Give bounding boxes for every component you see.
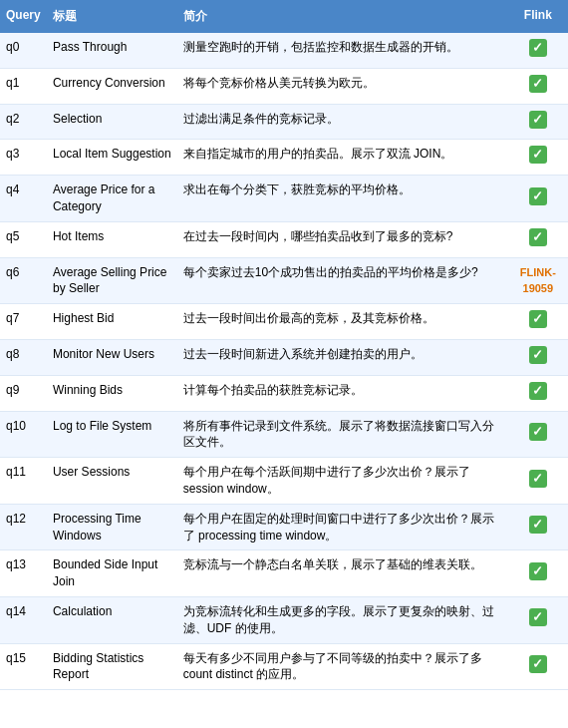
check-icon xyxy=(529,608,547,626)
cell-query: q15 xyxy=(0,643,47,690)
cell-desc: 为竞标流转化和生成更多的字段。展示了更复杂的映射、过滤、UDF 的使用。 xyxy=(177,596,508,643)
cell-query: q2 xyxy=(0,104,47,140)
cell-desc: 求出在每个分类下，获胜竞标的平均价格。 xyxy=(177,176,508,222)
header-flink: Flink xyxy=(508,0,568,33)
cell-query: q3 xyxy=(0,140,47,176)
cell-query: q1 xyxy=(0,68,47,104)
table-row: q14Calculation为竞标流转化和生成更多的字段。展示了更复杂的映射、过… xyxy=(0,596,568,643)
table-row: q9Winning Bids计算每个拍卖品的获胜竞标记录。 xyxy=(0,375,568,411)
cell-query: q9 xyxy=(0,375,47,411)
check-icon xyxy=(529,228,547,246)
cell-desc: 过去一段时间新进入系统并创建拍卖的用户。 xyxy=(177,339,508,375)
cell-flink xyxy=(508,304,568,340)
cell-desc: 来自指定城市的用户的拍卖品。展示了双流 JOIN。 xyxy=(177,140,508,176)
cell-desc: 计算每个拍卖品的获胜竞标记录。 xyxy=(177,375,508,411)
table-row: q7Highest Bid过去一段时间出价最高的竞标，及其竞标价格。 xyxy=(0,304,568,340)
cell-query: q8 xyxy=(0,339,47,375)
table-row: q2Selection过滤出满足条件的竞标记录。 xyxy=(0,104,568,140)
cell-title: Log to File System xyxy=(47,411,177,458)
cell-desc: 竞标流与一个静态白名单关联，展示了基础的维表关联。 xyxy=(177,550,508,597)
table-row: q6Average Selling Price by Seller每个卖家过去1… xyxy=(0,257,568,304)
table-row: q5Hot Items在过去一段时间内，哪些拍卖品收到了最多的竞标? xyxy=(0,221,568,257)
cell-flink xyxy=(508,643,568,690)
cell-desc: 在过去一段时间内，哪些拍卖品收到了最多的竞标? xyxy=(177,221,508,257)
cell-title: Currency Conversion xyxy=(47,68,177,104)
check-icon xyxy=(529,111,547,129)
cell-flink: FLINK-19059 xyxy=(508,257,568,304)
cell-desc: 测量空跑时的开销，包括监控和数据生成器的开销。 xyxy=(177,33,508,68)
check-icon xyxy=(529,382,547,400)
cell-flink xyxy=(508,375,568,411)
cell-title: Selection xyxy=(47,104,177,140)
header-title: 标题 xyxy=(47,0,177,33)
cell-title: Hot Items xyxy=(47,221,177,257)
cell-title: Winning Bids xyxy=(47,375,177,411)
cell-title: Calculation xyxy=(47,596,177,643)
cell-title: Bounded Side Input Join xyxy=(47,550,177,597)
flink-error-label: FLINK-19059 xyxy=(520,266,556,295)
cell-desc: 过滤出满足条件的竞标记录。 xyxy=(177,104,508,140)
table-row: q3Local Item Suggestion来自指定城市的用户的拍卖品。展示了… xyxy=(0,140,568,176)
cell-query: q13 xyxy=(0,550,47,597)
check-icon xyxy=(529,423,547,441)
cell-flink xyxy=(508,33,568,68)
check-icon xyxy=(529,39,547,57)
cell-flink xyxy=(508,550,568,597)
check-icon xyxy=(529,346,547,364)
check-icon xyxy=(529,470,547,488)
cell-desc: 每个用户在固定的处理时间窗口中进行了多少次出价？展示了 processing t… xyxy=(177,504,508,550)
table-row: q15Bidding Statistics Report每天有多少不同用户参与了… xyxy=(0,643,568,690)
cell-flink xyxy=(508,68,568,104)
table-row: q10Log to File System将所有事件记录到文件系统。展示了将数据… xyxy=(0,411,568,458)
check-icon xyxy=(529,75,547,93)
cell-title: Processing Time Windows xyxy=(47,504,177,550)
cell-flink xyxy=(508,140,568,176)
cell-query: q10 xyxy=(0,411,47,458)
cell-title: Bidding Statistics Report xyxy=(47,643,177,690)
table-row: q13Bounded Side Input Join竞标流与一个静态白名单关联，… xyxy=(0,550,568,597)
cell-flink xyxy=(508,458,568,505)
cell-query: q4 xyxy=(0,176,47,222)
cell-query: q7 xyxy=(0,304,47,340)
table-row: q1Currency Conversion将每个竞标价格从美元转换为欧元。 xyxy=(0,68,568,104)
cell-title: Monitor New Users xyxy=(47,339,177,375)
cell-title: Average Price for a Category xyxy=(47,176,177,222)
header-desc: 简介 xyxy=(177,0,508,33)
check-icon xyxy=(529,146,547,164)
cell-query: q11 xyxy=(0,458,47,505)
cell-query: q5 xyxy=(0,221,47,257)
cell-desc: 将所有事件记录到文件系统。展示了将数据流接窗口写入分区文件。 xyxy=(177,411,508,458)
cell-query: q6 xyxy=(0,257,47,304)
cell-desc: 将每个竞标价格从美元转换为欧元。 xyxy=(177,68,508,104)
check-icon xyxy=(529,655,547,673)
check-icon xyxy=(529,516,547,534)
cell-query: q12 xyxy=(0,504,47,550)
cell-query: q14 xyxy=(0,596,47,643)
table-row: q4Average Price for a Category求出在每个分类下，获… xyxy=(0,176,568,222)
cell-desc: 每个用户在每个活跃间期中进行了多少次出价？展示了 session window。 xyxy=(177,458,508,505)
cell-flink xyxy=(508,596,568,643)
cell-title: Average Selling Price by Seller xyxy=(47,257,177,304)
cell-flink xyxy=(508,221,568,257)
cell-title: User Sessions xyxy=(47,458,177,505)
table-row: q12Processing Time Windows每个用户在固定的处理时间窗口… xyxy=(0,504,568,550)
cell-flink xyxy=(508,176,568,222)
cell-desc: 过去一段时间出价最高的竞标，及其竞标价格。 xyxy=(177,304,508,340)
cell-flink xyxy=(508,504,568,550)
check-icon xyxy=(529,310,547,328)
table-row: q11User Sessions每个用户在每个活跃间期中进行了多少次出价？展示了… xyxy=(0,458,568,505)
check-icon xyxy=(529,562,547,580)
check-icon xyxy=(529,187,547,205)
header-query: Query xyxy=(0,0,47,33)
cell-title: Local Item Suggestion xyxy=(47,140,177,176)
cell-title: Pass Through xyxy=(47,33,177,68)
table-row: q0Pass Through测量空跑时的开销，包括监控和数据生成器的开销。 xyxy=(0,33,568,68)
cell-desc: 每个卖家过去10个成功售出的拍卖品的平均价格是多少? xyxy=(177,257,508,304)
cell-query: q0 xyxy=(0,33,47,68)
cell-flink xyxy=(508,339,568,375)
cell-flink xyxy=(508,104,568,140)
cell-title: Highest Bid xyxy=(47,304,177,340)
cell-flink xyxy=(508,411,568,458)
cell-desc: 每天有多少不同用户参与了不同等级的拍卖中？展示了多 count distinct… xyxy=(177,643,508,690)
table-row: q8Monitor New Users过去一段时间新进入系统并创建拍卖的用户。 xyxy=(0,339,568,375)
